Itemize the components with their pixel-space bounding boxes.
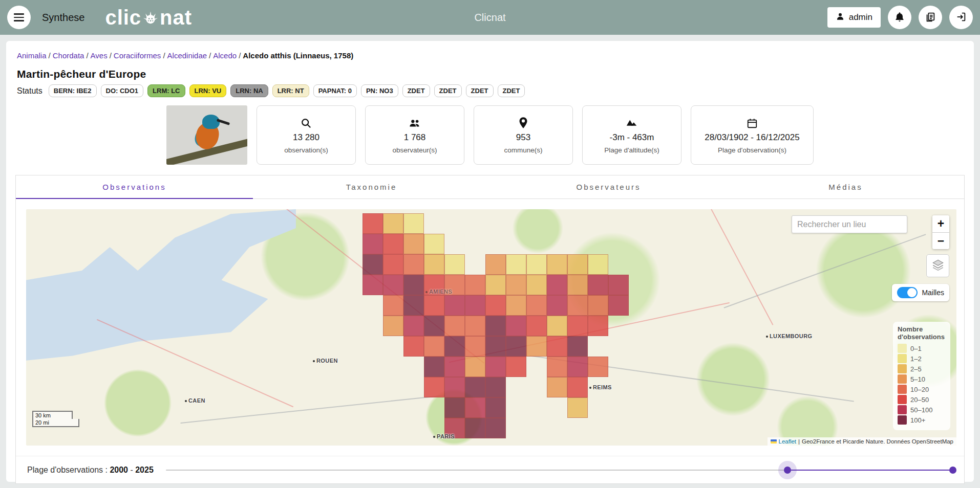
grid-cell[interactable] [526,336,547,357]
grid-cell[interactable] [424,254,444,275]
grid-cell[interactable] [465,377,485,397]
grid-cell[interactable] [465,295,485,316]
grid-cell[interactable] [526,316,547,336]
breadcrumb-link[interactable]: Aves [91,51,108,60]
grid-cell[interactable] [465,397,485,418]
notifications-button[interactable] [888,6,911,29]
grid-cell[interactable] [526,254,547,275]
grid-cell[interactable] [403,213,424,234]
grid-cell[interactable] [465,336,485,357]
grid-cell[interactable] [465,418,485,438]
grid-cell[interactable] [526,275,547,295]
grid-cell[interactable] [444,397,465,418]
grid-cell[interactable] [424,377,444,397]
grid-cell[interactable] [424,234,444,254]
tab-medias[interactable]: Médias [727,175,964,198]
grid-cell[interactable] [506,336,526,357]
grid-cell[interactable] [588,254,608,275]
menu-button[interactable] [7,6,31,29]
grid-cell[interactable] [506,275,526,295]
grid-cell[interactable] [444,254,465,275]
grid-cell[interactable] [444,295,465,316]
grid-cell[interactable] [424,357,444,377]
grid-cell[interactable] [547,275,567,295]
grid-cell[interactable] [485,336,506,357]
grid-cell[interactable] [506,295,526,316]
tab-observateurs[interactable]: Observateurs [490,175,727,198]
grid-cell[interactable] [444,357,465,377]
grid-cell[interactable] [506,357,526,377]
grid-cell[interactable] [403,316,424,336]
zoom-out-button[interactable]: − [932,232,949,249]
grid-cell[interactable] [485,316,506,336]
admin-user-button[interactable]: admin [827,7,881,28]
grid-cell[interactable] [547,357,567,377]
grid-cell[interactable] [485,377,506,397]
grid-cell[interactable] [485,275,506,295]
grid-cell[interactable] [547,336,567,357]
search-input[interactable] [792,215,907,233]
breadcrumb-link[interactable]: Alcedinidae [167,51,207,60]
breadcrumb-link[interactable]: Animalia [17,51,47,60]
grid-cell[interactable] [403,234,424,254]
grid-cell[interactable] [363,254,383,275]
grid-cell[interactable] [588,295,608,316]
grid-cell[interactable] [444,377,465,397]
news-button[interactable] [919,6,942,29]
grid-cell[interactable] [424,316,444,336]
grid-cell[interactable] [465,357,485,377]
grid-cell[interactable] [403,295,424,316]
grid-cell[interactable] [608,295,629,316]
grid-cell[interactable] [383,295,403,316]
grid-cell[interactable] [588,275,608,295]
grid-cell[interactable] [485,357,506,377]
layers-button[interactable] [926,254,949,277]
grid-cell[interactable] [363,234,383,254]
grid-cell[interactable] [567,336,588,357]
grid-cell[interactable] [567,397,588,418]
grid-cell[interactable] [526,295,547,316]
grid-cell[interactable] [567,254,588,275]
grid-cell[interactable] [506,316,526,336]
mailles-toggle[interactable] [897,287,918,298]
grid-cell[interactable] [485,418,506,438]
grid-cell[interactable] [383,254,403,275]
grid-cell[interactable] [465,316,485,336]
slider-handle-start[interactable] [784,467,791,474]
grid-cell[interactable] [485,254,506,275]
grid-cell[interactable] [608,275,629,295]
breadcrumb-link[interactable]: Coraciiformes [114,51,161,60]
clicnat-logo[interactable]: clicnat [105,6,192,29]
grid-cell[interactable] [485,295,506,316]
grid-cell[interactable] [547,377,567,397]
leaflet-link[interactable]: Leaflet [779,438,797,445]
tab-observations[interactable]: Observations [16,175,253,198]
grid-cell[interactable] [567,316,588,336]
range-slider[interactable] [166,461,953,479]
grid-cell[interactable] [567,357,588,377]
grid-cell[interactable] [383,316,403,336]
logout-button[interactable] [949,6,973,29]
grid-cell[interactable] [424,336,444,357]
grid-cell[interactable] [383,275,403,295]
grid-cell[interactable] [588,316,608,336]
grid-cell[interactable] [588,357,608,377]
grid-cell[interactable] [383,234,403,254]
grid-cell[interactable] [444,316,465,336]
grid-cell[interactable] [403,336,424,357]
grid-cell[interactable] [547,254,567,275]
grid-cell[interactable] [363,213,383,234]
zoom-in-button[interactable]: + [932,215,949,232]
grid-cell[interactable] [444,336,465,357]
grid-cell[interactable] [424,295,444,316]
grid-cell[interactable] [383,213,403,234]
grid-cell[interactable] [403,254,424,275]
grid-cell[interactable] [506,254,526,275]
leaflet-map[interactable]: CAENROUENAMIENSPARISREIMSLUXEMBOURG + − … [26,209,956,446]
tab-taxonomie[interactable]: Taxonomie [253,175,490,198]
grid-cell[interactable] [547,295,567,316]
grid-cell[interactable] [465,275,485,295]
grid-cell[interactable] [547,316,567,336]
grid-cell[interactable] [403,275,424,295]
grid-cell[interactable] [363,275,383,295]
